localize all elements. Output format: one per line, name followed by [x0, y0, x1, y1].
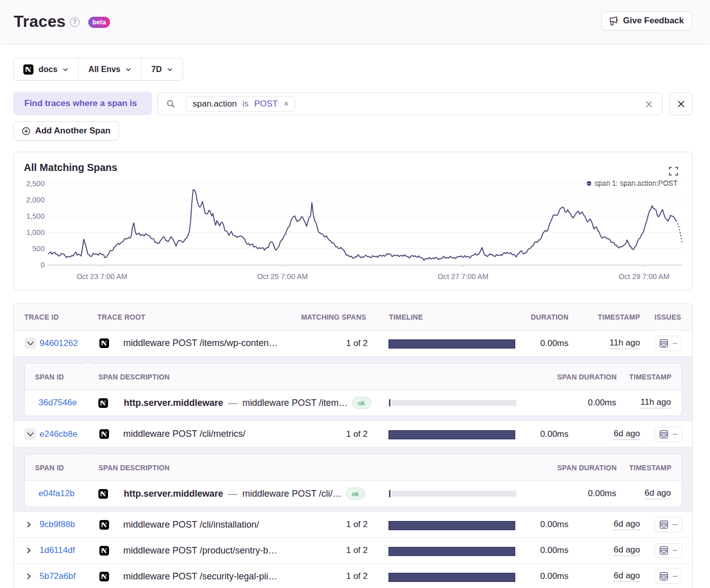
svg-text:2,000: 2,000: [26, 196, 45, 204]
svg-text:1,000: 1,000: [26, 228, 45, 236]
svg-text:Oct 29 7:00 AM: Oct 29 7:00 AM: [619, 272, 669, 281]
svg-text:2,500: 2,500: [26, 180, 45, 188]
svg-text:500: 500: [32, 245, 45, 253]
svg-text:1,500: 1,500: [26, 212, 45, 220]
svg-text:Oct 27 7:00 AM: Oct 27 7:00 AM: [438, 272, 488, 281]
svg-text:Oct 23 7:00 AM: Oct 23 7:00 AM: [77, 272, 127, 281]
svg-text:Oct 25 7:00 AM: Oct 25 7:00 AM: [257, 272, 308, 281]
svg-text:0: 0: [41, 261, 45, 269]
